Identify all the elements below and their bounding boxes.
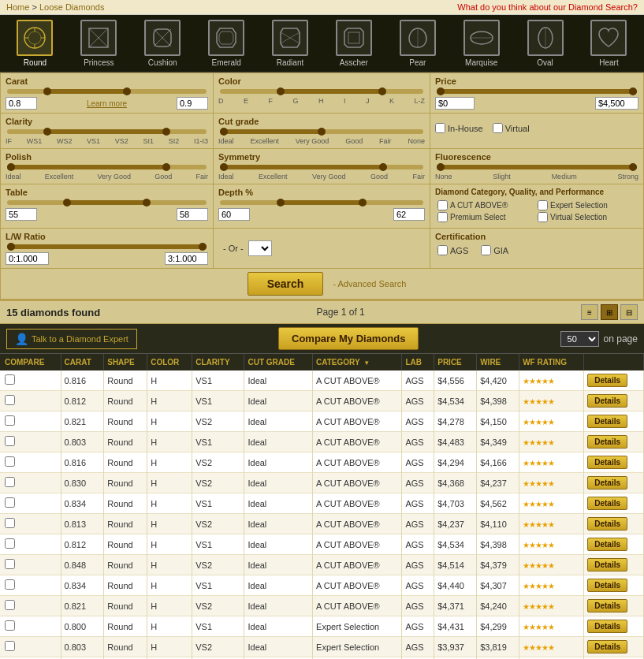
shape-round[interactable]: Round <box>17 20 53 67</box>
compare-checkbox[interactable] <box>5 415 15 426</box>
row-compare[interactable] <box>0 616 61 637</box>
depth-max-input[interactable] <box>393 208 425 221</box>
row-compare[interactable] <box>0 575 61 596</box>
row-compare[interactable] <box>0 555 61 575</box>
shape-cushion[interactable]: Cushion <box>144 20 181 67</box>
row-compare[interactable] <box>0 432 61 452</box>
section-link[interactable]: Loose Diamonds <box>39 2 105 12</box>
row-details[interactable]: Details <box>584 637 644 657</box>
inhouse-checkbox-label[interactable]: In-House <box>435 123 483 133</box>
compare-checkbox[interactable] <box>5 620 15 631</box>
row-details[interactable]: Details <box>584 432 644 452</box>
shape-marquise[interactable]: Marquise <box>463 20 500 67</box>
cut-above-checkbox-label[interactable]: A CUT ABOVE® <box>437 200 536 210</box>
search-button[interactable]: Search <box>248 272 324 296</box>
gia-checkbox-label[interactable]: GIA <box>481 245 508 255</box>
details-btn[interactable]: Details <box>587 579 627 592</box>
row-details[interactable]: Details <box>584 575 644 596</box>
compare-btn[interactable]: Compare My Diamonds <box>278 327 419 350</box>
compare-checkbox[interactable] <box>5 600 15 610</box>
inhouse-checkbox[interactable] <box>435 123 445 133</box>
compare-checkbox[interactable] <box>5 538 15 549</box>
per-page-select[interactable]: 50 25 100 <box>560 331 599 347</box>
carat-min-input[interactable] <box>6 97 37 110</box>
row-compare[interactable] <box>0 473 61 493</box>
home-link[interactable]: Home <box>6 2 29 12</box>
row-compare[interactable] <box>0 534 61 555</box>
table-min-input[interactable] <box>6 208 37 221</box>
row-details[interactable]: Details <box>584 555 644 575</box>
row-compare[interactable] <box>0 452 61 473</box>
virtual-selection-checkbox-label[interactable]: Virtual Selection <box>538 212 636 222</box>
details-btn[interactable]: Details <box>587 599 627 612</box>
compare-checkbox[interactable] <box>5 395 15 405</box>
row-details[interactable]: Details <box>584 370 644 391</box>
compare-checkbox[interactable] <box>5 579 15 590</box>
th-wf-rating[interactable]: WF RATING <box>519 354 584 370</box>
row-compare[interactable] <box>0 391 61 411</box>
table-max-input[interactable] <box>177 208 208 221</box>
th-category[interactable]: CATEGORY ▼ <box>313 354 402 370</box>
details-btn[interactable]: Details <box>587 517 627 531</box>
cut-above-checkbox[interactable] <box>437 200 448 210</box>
details-btn[interactable]: Details <box>587 538 627 551</box>
details-btn[interactable]: Details <box>587 558 627 572</box>
th-lab[interactable]: LAB <box>402 354 434 370</box>
premium-select-checkbox[interactable] <box>437 212 448 222</box>
details-btn[interactable]: Details <box>587 415 627 428</box>
price-max-input[interactable] <box>595 97 638 110</box>
gia-checkbox[interactable] <box>481 245 491 255</box>
row-details[interactable]: Details <box>584 596 644 616</box>
shape-pear[interactable]: Pear <box>400 20 436 67</box>
ags-checkbox[interactable] <box>437 245 448 255</box>
row-compare[interactable] <box>0 596 61 616</box>
row-details[interactable]: Details <box>584 514 644 534</box>
compare-checkbox[interactable] <box>5 456 15 467</box>
shape-asscher[interactable]: Asscher <box>336 20 372 67</box>
carat-max-input[interactable] <box>177 97 208 110</box>
virtual-selection-checkbox[interactable] <box>538 212 548 222</box>
details-btn[interactable]: Details <box>587 456 627 469</box>
shape-heart[interactable]: Heart <box>590 20 627 67</box>
expert-btn[interactable]: Talk to a Diamond Expert <box>6 329 137 349</box>
row-details[interactable]: Details <box>584 411 644 432</box>
details-btn[interactable]: Details <box>587 394 627 408</box>
list-view-btn[interactable]: ≡ <box>581 304 598 320</box>
row-compare[interactable] <box>0 411 61 432</box>
learn-more-link[interactable]: Learn more <box>87 99 127 108</box>
expert-selection-checkbox[interactable] <box>538 200 548 210</box>
compare-checkbox[interactable] <box>5 518 15 528</box>
detail-view-btn[interactable]: ⊟ <box>620 304 638 320</box>
compare-checkbox[interactable] <box>5 374 15 385</box>
row-details[interactable]: Details <box>584 493 644 514</box>
th-cut-grade[interactable]: CUT GRADE <box>244 354 313 370</box>
shape-emerald[interactable]: Emerald <box>208 20 244 67</box>
row-details[interactable]: Details <box>584 534 644 555</box>
shape-radiant[interactable]: Radiant <box>272 20 308 67</box>
row-compare[interactable] <box>0 493 61 514</box>
th-color[interactable]: COLOR <box>147 354 192 370</box>
row-details[interactable]: Details <box>584 452 644 473</box>
lw-min-input[interactable] <box>6 252 49 265</box>
th-clarity[interactable]: CLARITY <box>192 354 244 370</box>
row-compare[interactable] <box>0 370 61 391</box>
advanced-search-link[interactable]: - Advanced Search <box>333 279 406 289</box>
price-min-input[interactable] <box>435 97 475 110</box>
compare-checkbox[interactable] <box>5 641 15 651</box>
th-shape[interactable]: SHAPE <box>104 354 147 370</box>
compare-checkbox[interactable] <box>5 559 15 569</box>
row-details[interactable]: Details <box>584 391 644 411</box>
details-btn[interactable]: Details <box>587 476 627 490</box>
premium-select-checkbox-label[interactable]: Premium Select <box>437 212 536 222</box>
row-details[interactable]: Details <box>584 473 644 493</box>
expert-selection-checkbox-label[interactable]: Expert Selection <box>538 200 636 210</box>
row-compare[interactable] <box>0 514 61 534</box>
th-price[interactable]: PRICE <box>434 354 477 370</box>
details-btn[interactable]: Details <box>587 497 627 510</box>
details-btn[interactable]: Details <box>587 435 627 449</box>
lw-max-input[interactable] <box>165 252 208 265</box>
feedback-link[interactable]: What do you think about our Diamond Sear… <box>457 2 638 12</box>
virtual-checkbox-label[interactable]: Virtual <box>493 123 530 133</box>
compare-checkbox[interactable] <box>5 497 15 508</box>
row-details[interactable]: Details <box>584 616 644 637</box>
